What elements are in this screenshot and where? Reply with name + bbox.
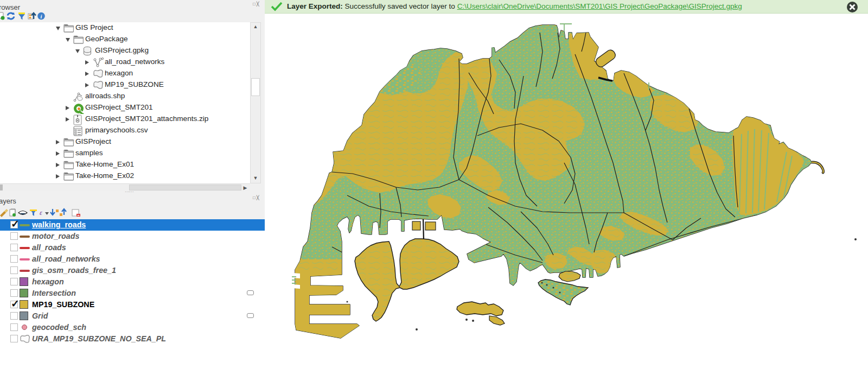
svg-text:i: i [41,14,42,20]
svg-text:ε: ε [40,209,42,217]
